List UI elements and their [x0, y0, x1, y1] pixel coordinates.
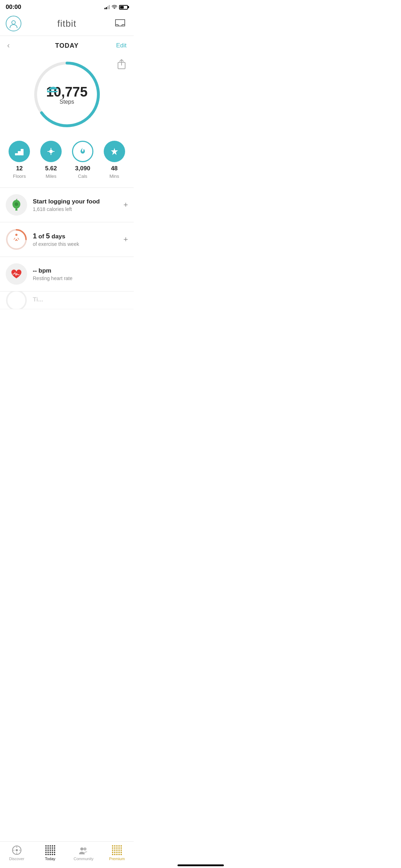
heartrate-value: -- bpm [33, 267, 128, 274]
signal-icon [104, 5, 110, 9]
floors-icon [9, 141, 30, 162]
cals-icon [72, 141, 93, 162]
status-icons [104, 5, 128, 10]
miles-value: 5.62 [45, 165, 57, 172]
svg-rect-11 [15, 209, 17, 211]
nav-header: ‹ TODAY Edit [0, 36, 134, 55]
food-add-button[interactable]: + [123, 200, 128, 210]
back-button[interactable]: ‹ [7, 41, 18, 50]
food-subtitle: 1,618 calories left [33, 206, 118, 212]
miles-icon [40, 141, 62, 162]
food-icon-wrap [6, 194, 27, 216]
steps-section: 10,775 Steps [0, 55, 134, 137]
miles-stat[interactable]: 5.62 Miles [40, 141, 62, 179]
heartrate-icon-wrap [6, 263, 27, 285]
miles-label: Miles [46, 174, 56, 179]
svg-rect-5 [15, 153, 18, 155]
main-content: ‹ TODAY Edit [0, 36, 134, 338]
edit-button[interactable]: Edit [116, 42, 127, 49]
floors-label: Floors [13, 174, 26, 179]
exercise-list-item[interactable]: 1 of 5 days of exercise this week + [0, 222, 134, 257]
mins-label: Mins [109, 174, 119, 179]
share-button[interactable] [117, 59, 127, 71]
cals-label: Cals [78, 174, 87, 179]
exercise-days-done: 1 [33, 232, 37, 240]
exercise-days-goal: 5 [46, 232, 50, 240]
food-title: Start logging your food [33, 198, 118, 205]
status-bar: 00:00 [0, 0, 134, 13]
mins-stat[interactable]: 48 Mins [104, 141, 125, 179]
list-section: Start logging your food 1,618 calories l… [0, 188, 134, 309]
food-list-item[interactable]: Start logging your food 1,618 calories l… [0, 188, 134, 222]
inbox-button[interactable] [112, 16, 128, 31]
cals-value: 3,090 [75, 165, 91, 172]
heartrate-text: -- bpm Resting heart rate [33, 267, 128, 281]
svg-rect-6 [18, 151, 21, 155]
partial-list-item: Ti... [0, 291, 134, 309]
partial-text: Ti... [33, 296, 128, 304]
mins-icon [104, 141, 125, 162]
exercise-title: 1 of 5 days [33, 232, 118, 240]
svg-point-0 [12, 21, 15, 24]
steps-circle: 10,775 Steps [31, 59, 103, 130]
partial-title: Ti... [33, 296, 128, 303]
heartrate-list-item[interactable]: -- bpm Resting heart rate [0, 257, 134, 291]
battery-icon [119, 5, 128, 10]
exercise-subtitle: of exercise this week [33, 241, 118, 247]
svg-rect-7 [21, 149, 24, 155]
floors-value: 12 [16, 165, 23, 172]
wifi-icon [112, 5, 117, 9]
cals-stat[interactable]: 3,090 Cals [72, 141, 93, 179]
food-text: Start logging your food 1,618 calories l… [33, 198, 118, 212]
svg-point-13 [15, 234, 17, 236]
floors-stat[interactable]: 12 Floors [9, 141, 30, 179]
svg-point-14 [7, 291, 26, 309]
steps-label: Steps [46, 99, 87, 105]
svg-point-8 [49, 150, 53, 153]
svg-marker-9 [111, 148, 118, 155]
partial-icon [6, 291, 27, 309]
svg-point-10 [15, 202, 18, 206]
exercise-add-button[interactable]: + [123, 235, 128, 244]
app-title: fitbit [57, 18, 77, 29]
exercise-text: 1 of 5 days of exercise this week [33, 232, 118, 247]
app-header: fitbit [0, 13, 134, 36]
exercise-icon-wrap [6, 229, 27, 250]
page-title: TODAY [55, 42, 79, 50]
mins-value: 48 [111, 165, 118, 172]
avatar-button[interactable] [6, 16, 21, 31]
status-time: 00:00 [6, 4, 21, 11]
heartrate-label: Resting heart rate [33, 275, 128, 281]
stats-row: 12 Floors 5.62 Miles 3,090 Cals [0, 137, 134, 188]
